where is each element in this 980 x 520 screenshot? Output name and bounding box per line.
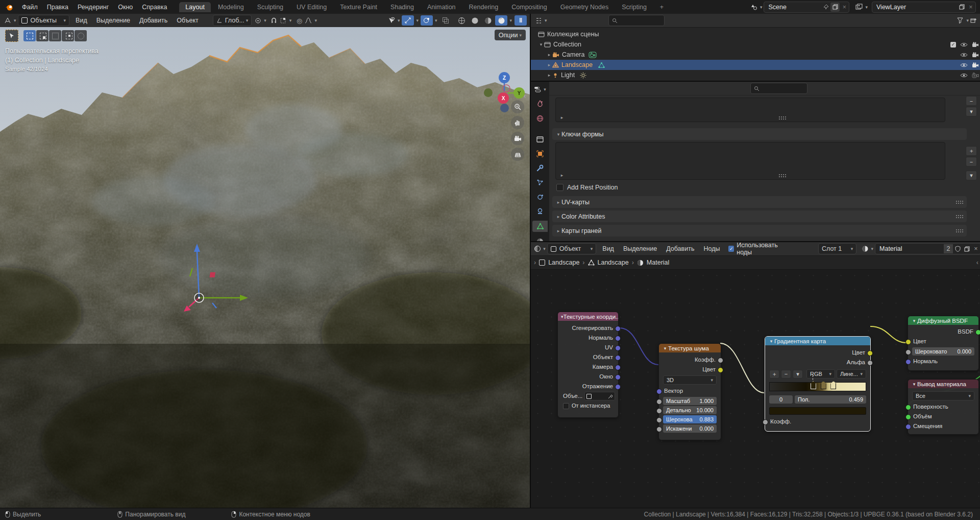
pan-view-button[interactable] (511, 116, 524, 129)
menu-file[interactable]: Файл (17, 4, 42, 11)
properties-editor-type-icon[interactable]: ▾ (532, 84, 548, 94)
viewport-canvas[interactable]: Пользовательская перспектива (1) Collect… (0, 27, 530, 508)
socket-normal[interactable] (615, 336, 621, 341)
roughness-slider[interactable]: Шерохова0.883 (663, 415, 717, 423)
add-stop-button[interactable]: ＋ (769, 370, 779, 379)
specials-menu-button[interactable]: ▾ (966, 171, 977, 180)
distortion-slider[interactable]: Искажени0.000 (663, 424, 717, 433)
specials-expander[interactable]: ▸ (559, 173, 565, 178)
workspace-tab-texturepaint[interactable]: Texture Paint (334, 2, 383, 12)
material-browse-chevron[interactable]: ▾ (871, 246, 873, 251)
workspace-tab-shading[interactable]: Shading (384, 2, 420, 12)
unlink-scene-icon[interactable]: × (840, 3, 849, 12)
object-field[interactable] (584, 392, 615, 400)
node-noise-texture[interactable]: ▾Текстура шума Коэфф. Цвет 3D▾ Вектор Ма… (658, 343, 721, 440)
menu-render[interactable]: Рендеринг (73, 4, 113, 11)
xray-toggle[interactable] (439, 15, 452, 26)
select-subtract-tool-button[interactable] (49, 30, 61, 41)
disable-render-camera-icon[interactable] (972, 42, 979, 48)
panel-drag-dots[interactable] (778, 174, 787, 177)
eyedropper-icon[interactable] (608, 394, 613, 399)
shape-keys-list[interactable]: ▸ (555, 142, 945, 180)
ortho-toggle-button[interactable] (511, 148, 524, 161)
socket-object[interactable] (615, 355, 621, 361)
vp-menu-select[interactable]: Выделение (92, 17, 135, 24)
menu-edit[interactable]: Правка (42, 4, 73, 11)
ne-menu-view[interactable]: Вид (598, 245, 619, 252)
outliner-type-chevron[interactable]: ▾ (545, 18, 547, 23)
node-diffuse-bsdf[interactable]: ▾Диффузный BSDF BSDF Цвет Шероховато0.00… (908, 316, 979, 371)
breadcrumb-material[interactable]: Material (647, 259, 669, 266)
pivot-chevron[interactable]: ▾ (264, 18, 266, 23)
tab-particle-properties[interactable] (532, 177, 548, 188)
outliner-row-camera[interactable]: ▸ Camera (531, 50, 980, 60)
workspace-tab-scripting[interactable]: Scripting (616, 2, 653, 12)
unlink-material-icon[interactable]: × (971, 244, 980, 253)
breadcrumb-collapse-arrow[interactable]: ‹ (976, 259, 978, 266)
ramp-stop-1[interactable] (821, 381, 826, 389)
axis-y-ball[interactable]: Y (513, 87, 525, 99)
add-workspace-button[interactable]: + (654, 2, 670, 12)
expander-icon[interactable]: ▸ (546, 52, 552, 57)
hide-eye-icon[interactable] (960, 62, 968, 68)
pin-icon[interactable] (821, 3, 830, 12)
vp-menu-add[interactable]: Добавить (135, 17, 172, 24)
shape-keys-panel-header[interactable]: ▾Ключи формы (552, 128, 967, 140)
workspace-tab-sculpting[interactable]: Sculpting (251, 2, 289, 12)
editor-type-chevron[interactable]: ▾ (14, 18, 16, 23)
properties-search[interactable] (750, 83, 807, 94)
hide-eye-icon[interactable] (960, 73, 968, 78)
socket-color[interactable] (867, 350, 873, 356)
use-nodes-checkbox[interactable]: ✓ (728, 246, 734, 252)
color-ramp-gradient[interactable] (769, 382, 866, 391)
target-dropdown[interactable]: Все▾ (912, 391, 974, 400)
shading-material-button[interactable] (482, 15, 494, 26)
stop-color-swatch[interactable] (769, 407, 866, 415)
tab-object-data-properties[interactable] (532, 221, 548, 231)
selectability-chevron[interactable]: ▾ (398, 18, 400, 23)
gizmo-chevron[interactable]: ▾ (416, 18, 419, 23)
material-browse-icon[interactable] (861, 244, 869, 253)
detail-slider[interactable]: Детально10.000 (663, 406, 717, 414)
tab-constraint-properties[interactable] (532, 206, 548, 217)
socket-alpha[interactable] (867, 360, 873, 366)
scale-slider[interactable]: Масштаб1.000 (663, 397, 717, 405)
tab-physics-properties[interactable] (532, 192, 548, 202)
face-maps-panel-header[interactable]: ▸Карты граней (552, 225, 967, 237)
socket-fac[interactable] (718, 358, 723, 363)
ne-menu-node[interactable]: Ноды (699, 245, 724, 252)
socket-displacement[interactable] (905, 424, 911, 430)
outliner-row-collection[interactable]: ▾ Collection ✓ (531, 39, 980, 50)
menu-help[interactable]: Справка (137, 4, 172, 11)
editor-type-shader-icon[interactable] (533, 244, 542, 253)
pause-render-button[interactable]: ‖ (514, 15, 527, 26)
remove-item-button[interactable]: − (966, 96, 977, 106)
tab-world-properties[interactable] (532, 113, 548, 124)
workspace-tab-rendering[interactable]: Rendering (463, 2, 505, 12)
tab-collection-properties[interactable] (532, 133, 548, 144)
snap-magnet-icon[interactable] (270, 16, 279, 25)
hide-eye-icon[interactable] (960, 52, 968, 58)
ramp-stop-2[interactable] (830, 381, 836, 389)
select-intersect-tool-button[interactable] (62, 30, 74, 41)
outliner-row-scene-collection[interactable]: Коллекция сцены (531, 29, 980, 39)
socket-roughness[interactable] (656, 417, 662, 423)
snap-chevron[interactable]: ▾ (289, 18, 292, 23)
falloff-chevron[interactable]: ▾ (314, 18, 317, 23)
breadcrumb-object[interactable]: Landscape (548, 259, 579, 266)
move-gizmo[interactable] (168, 221, 265, 318)
node-material-output[interactable]: ▾Вывод материала Все▾ Поверхность Объём … (908, 379, 979, 435)
disable-render-camera-icon[interactable] (972, 52, 979, 58)
viewlayer-browse-chevron[interactable]: ▾ (865, 5, 868, 10)
roughness-slider[interactable]: Шероховато0.000 (912, 347, 974, 356)
add-rest-position-checkbox[interactable] (556, 184, 564, 191)
interpolation-dropdown[interactable]: Лине...▾ (837, 369, 866, 379)
workspace-tab-compositing[interactable]: Compositing (505, 2, 553, 12)
vertex-groups-list[interactable]: ▸ (555, 98, 945, 122)
new-material-icon[interactable] (962, 244, 971, 253)
tab-modifier-properties[interactable] (532, 162, 548, 173)
socket-generated[interactable] (615, 326, 621, 332)
axis-neg-y-ball[interactable] (484, 88, 493, 97)
editor-type-3dview-icon[interactable] (3, 16, 12, 25)
mode-dropdown[interactable]: Объекты ▾ (18, 15, 70, 26)
